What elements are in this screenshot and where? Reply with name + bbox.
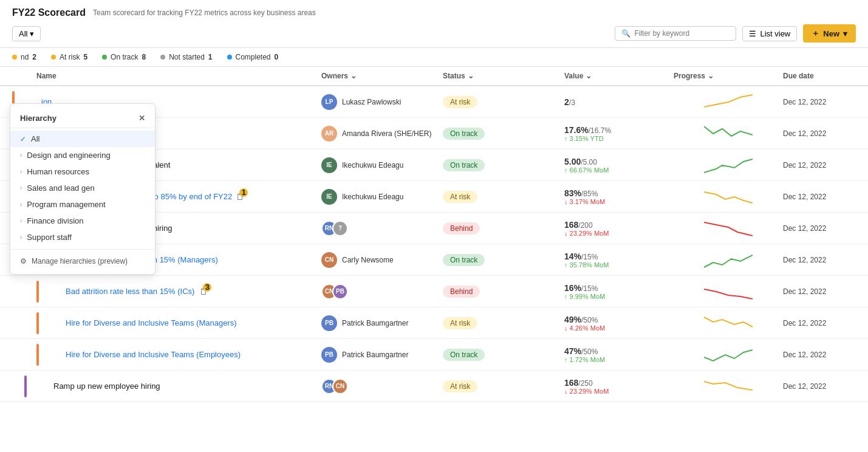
avatar: ? [332, 221, 348, 236]
owner-cell: RN CN [321, 378, 443, 394]
dropdown-item-support[interactable]: › Support staff [10, 229, 155, 245]
dropdown-item-design[interactable]: › Design and engineering [10, 147, 155, 163]
progress-cell [674, 250, 783, 270]
col-header-value[interactable]: Value ⌄ [564, 72, 674, 80]
due-date: Dec 12, 2022 [783, 224, 856, 233]
row-name-link[interactable]: Hire for Diverse and Inclusive Teams (Em… [66, 350, 241, 359]
all-button[interactable]: All ▾ [12, 26, 41, 41]
progress-cell [674, 345, 783, 365]
search-input[interactable] [634, 29, 725, 38]
list-view-button[interactable]: ☰ List view [742, 26, 797, 41]
progress-cell [674, 156, 783, 175]
value-total: /200 [578, 221, 592, 230]
due-date: Dec 12, 2022 [783, 129, 856, 138]
row-name-link[interactable]: Bad attrition rate less than 15% (ICs) [66, 287, 194, 296]
filter-input-wrapper[interactable]: 🔍 [615, 26, 736, 41]
table-row: Ramp up new employee hiring RN CN At ris… [0, 371, 868, 402]
value-total: /85% [581, 190, 598, 198]
notification-badge: 🗒 3 [199, 287, 208, 296]
value-main: 14% [564, 252, 581, 261]
chevron-icon: › [20, 168, 22, 175]
dropdown-divider [10, 249, 155, 250]
value-main: 168 [564, 220, 578, 230]
col-header-status[interactable]: Status ⌄ [443, 72, 564, 80]
progress-cell [674, 313, 783, 333]
value-change: ↓ 23.29% MoM [564, 388, 674, 395]
progress-cell [674, 282, 783, 301]
sparkline-chart [704, 345, 753, 365]
status-cell: On track [443, 255, 564, 264]
value-change: ↑ 66.67% MoM [564, 166, 674, 174]
owner-name: Patrick Baumgartner [342, 319, 408, 327]
status-cell: At risk [443, 192, 564, 201]
dropdown-item-sales[interactable]: › Sales and lead gen [10, 180, 155, 196]
dropdown-item-all[interactable]: ✓ All [10, 131, 155, 147]
value-change: ↑ 9.99% MoM [564, 293, 674, 300]
dropdown-item-hr[interactable]: › Human resources [10, 163, 155, 180]
owner-name: Ikechukwu Edeagu [342, 161, 403, 170]
status-badge: At risk [443, 191, 477, 203]
sparkline-chart [704, 92, 753, 112]
value-cell: 14%/15% ↑ 35.78% MoM [564, 252, 674, 269]
status-label-completed: Completed [236, 53, 271, 61]
dropdown-item-label: Support staff [27, 233, 71, 242]
owner-cell: CN PB [321, 284, 443, 300]
value-total: /250 [578, 379, 592, 388]
chevron-icon: › [20, 217, 22, 224]
avatar-group: CN PB [321, 284, 348, 300]
status-cell: At risk [443, 318, 564, 327]
close-icon[interactable]: ✕ [138, 114, 145, 123]
manage-hierarchies-link[interactable]: ⚙ Manage hierarchies (preview) [10, 253, 155, 269]
value-cell: 168/250 ↓ 23.29% MoM [564, 378, 674, 395]
due-date: Dec 12, 2022 [783, 351, 856, 359]
plus-icon: ＋ [812, 28, 819, 39]
due-date: Dec 12, 2022 [783, 98, 856, 106]
status-bar: nd 2 At risk 5 On track 8 Not started 1 … [0, 48, 868, 67]
chevron-icon: › [20, 152, 22, 159]
chevron-icon: › [20, 201, 22, 208]
value-cell: 168/200 ↓ 23.29% MoM [564, 220, 674, 237]
status-cell: At risk [443, 97, 564, 106]
row-name-text: Ramp up new employee hiring [53, 382, 160, 391]
due-date: Dec 12, 2022 [783, 193, 856, 201]
avatar: IE [321, 189, 337, 205]
progress-cell [674, 377, 783, 396]
list-view-label: List view [760, 29, 790, 38]
col-header-progress[interactable]: Progress ⌄ [674, 72, 783, 80]
dropdown-item-label: Design and engineering [27, 151, 110, 160]
sparkline-chart [704, 377, 753, 396]
value-change: ↑ 35.78% MoM [564, 261, 674, 269]
value-cell: 2/3 [564, 97, 674, 107]
avatar: CN [332, 378, 348, 394]
status-badge: Behind [443, 286, 480, 298]
all-button-label: All [19, 29, 27, 38]
status-cell: At risk [443, 382, 564, 391]
avatar: IE [321, 157, 337, 173]
status-count-not-started: 1 [208, 53, 213, 61]
row-name-link[interactable]: Hire for Diverse and Inclusive Teams (Ma… [66, 318, 237, 327]
header-title-row: FY22 Scorecard Team scorecard for tracki… [12, 7, 856, 18]
value-main: 83% [564, 188, 581, 198]
status-badge: On track [443, 349, 485, 361]
col-header-owners[interactable]: Owners ⌄ [321, 72, 443, 80]
dropdown-item-finance[interactable]: › Finance division [10, 213, 155, 229]
status-count-completed: 0 [275, 53, 279, 61]
new-button[interactable]: ＋ New ▾ [803, 24, 856, 43]
value-cell: 47%/50% ↑ 1.72% MoM [564, 346, 674, 363]
due-date: Dec 12, 2022 [783, 256, 856, 264]
status-dot-not-started [160, 55, 165, 60]
status-badge: At risk [443, 317, 477, 329]
chevron-down-icon: ▾ [843, 29, 847, 38]
table-row: Bad attrition rate less than 15% (ICs) 🗒… [0, 276, 868, 307]
main-content: Hierarchy ✕ ✓ All › Design and engineeri… [0, 67, 868, 402]
status-item-at-risk: At risk 5 [51, 53, 87, 61]
dropdown-item-program[interactable]: › Program management [10, 196, 155, 213]
status-badge: At risk [443, 380, 477, 392]
value-total: /15% [581, 284, 598, 293]
value-total: /16.7% [589, 126, 611, 135]
value-cell: 16%/15% ↑ 9.99% MoM [564, 283, 674, 300]
owner-cell: RN ? [321, 221, 443, 236]
owner-cell: IE Ikechukwu Edeagu [321, 157, 443, 173]
value-change: ↑ 1.72% MoM [564, 356, 674, 363]
status-count-on-track: 8 [142, 53, 146, 61]
